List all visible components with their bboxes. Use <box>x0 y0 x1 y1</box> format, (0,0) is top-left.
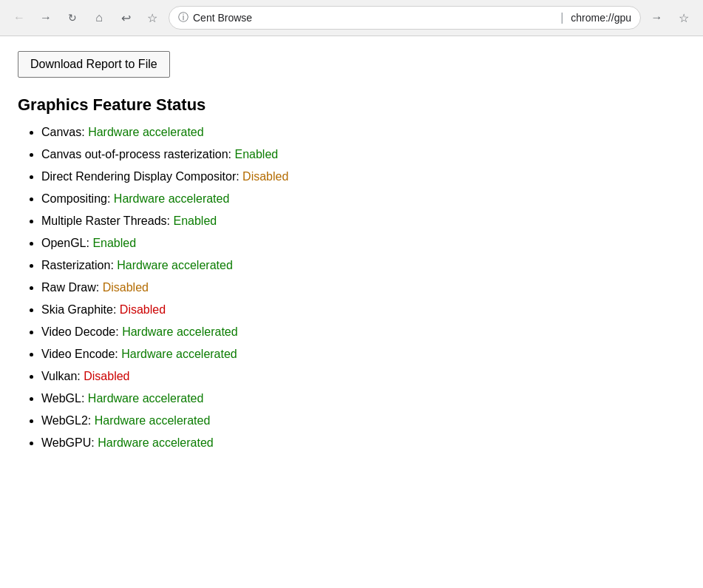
share-icon: ↑ <box>651 15 664 21</box>
list-item: Canvas out-of-process rasterization: Ena… <box>41 146 685 163</box>
list-item: Canvas: Hardware accelerated <box>41 124 685 141</box>
back-icon: ← <box>13 11 25 24</box>
feature-status: Hardware accelerated <box>122 325 238 338</box>
list-item: Video Decode: Hardware accelerated <box>41 323 685 341</box>
feature-status: Enabled <box>92 237 136 249</box>
site-name: Cent Browse <box>193 12 553 24</box>
list-item: Multiple Raster Threads: Enabled <box>41 212 685 230</box>
feature-status: Hardware accelerated <box>121 348 237 360</box>
undo-icon: ↩ <box>121 11 131 25</box>
feature-name: Raw Draw: <box>41 281 103 294</box>
download-report-button[interactable]: Download Report to File <box>18 51 170 78</box>
feature-name: Direct Rendering Display Compositor: <box>41 170 242 183</box>
list-item: Compositing: Hardware accelerated <box>41 190 685 208</box>
info-icon: ⓘ <box>178 11 189 24</box>
feature-status: Hardware accelerated <box>88 392 204 405</box>
home-icon: ⌂ <box>95 11 103 24</box>
feature-status: Disabled <box>84 370 129 382</box>
nav-bar: ← → ↻ ⌂ ↩ ☆ ⓘ Cent Browse | chrome://gpu… <box>0 0 703 36</box>
feature-list: Canvas: Hardware acceleratedCanvas out-o… <box>18 124 685 452</box>
feature-name: Vulkan: <box>41 370 84 382</box>
feature-name: OpenGL: <box>41 237 92 249</box>
home-button[interactable]: ⌂ <box>89 7 109 28</box>
feature-name: Video Encode: <box>41 348 121 360</box>
feature-name: Canvas out-of-process rasterization: <box>41 148 234 160</box>
list-item: OpenGL: Enabled <box>41 234 685 252</box>
list-item: Rasterization: Hardware accelerated <box>41 257 685 274</box>
list-item: WebGL: Hardware accelerated <box>41 390 685 408</box>
bookmark-icon: ☆ <box>147 11 157 25</box>
browser-chrome: ← → ↻ ⌂ ↩ ☆ ⓘ Cent Browse | chrome://gpu… <box>0 0 703 36</box>
feature-status: Hardware accelerated <box>117 259 233 271</box>
list-item: WebGPU: Hardware accelerated <box>41 434 685 452</box>
feature-name: WebGL: <box>41 392 88 405</box>
feature-status: Hardware accelerated <box>114 192 230 205</box>
list-item: Vulkan: Disabled <box>41 368 685 385</box>
feature-name: Multiple Raster Threads: <box>41 214 173 227</box>
feature-name: Canvas: <box>41 126 88 138</box>
share-button[interactable]: ↑ <box>647 7 668 28</box>
list-item: Direct Rendering Display Compositor: Dis… <box>41 168 685 186</box>
feature-status: Hardware accelerated <box>98 436 214 449</box>
star-button[interactable]: ☆ <box>673 7 694 28</box>
forward-button[interactable]: → <box>35 7 56 28</box>
bookmark-button[interactable]: ☆ <box>142 7 163 28</box>
feature-name: WebGPU: <box>41 436 98 449</box>
address-bar[interactable]: ⓘ Cent Browse | chrome://gpu <box>169 6 641 30</box>
star-icon: ☆ <box>679 11 689 25</box>
feature-status: Enabled <box>234 148 278 160</box>
feature-status: Enabled <box>173 214 217 227</box>
undo-button[interactable]: ↩ <box>115 7 136 28</box>
feature-name: Compositing: <box>41 192 114 205</box>
list-item: Raw Draw: Disabled <box>41 279 685 297</box>
list-item: WebGL2: Hardware accelerated <box>41 412 685 430</box>
feature-name: Video Decode: <box>41 325 122 338</box>
feature-status: Disabled <box>242 170 288 183</box>
reload-icon: ↻ <box>68 12 77 24</box>
feature-status: Hardware accelerated <box>88 126 204 138</box>
feature-name: Skia Graphite: <box>41 303 120 316</box>
feature-name: Rasterization: <box>41 259 117 271</box>
page-content: Download Report to File Graphics Feature… <box>0 36 703 471</box>
address-separator: | <box>560 11 563 24</box>
feature-status: Disabled <box>120 303 166 316</box>
address-url: chrome://gpu <box>571 12 631 24</box>
list-item: Video Encode: Hardware accelerated <box>41 345 685 363</box>
section-title: Graphics Feature Status <box>18 95 685 115</box>
reload-button[interactable]: ↻ <box>62 7 83 28</box>
list-item: Skia Graphite: Disabled <box>41 301 685 319</box>
feature-status: Hardware accelerated <box>95 414 211 427</box>
forward-icon: → <box>40 11 52 24</box>
feature-name: WebGL2: <box>41 414 95 427</box>
feature-status: Disabled <box>103 281 149 294</box>
back-button[interactable]: ← <box>9 7 30 28</box>
